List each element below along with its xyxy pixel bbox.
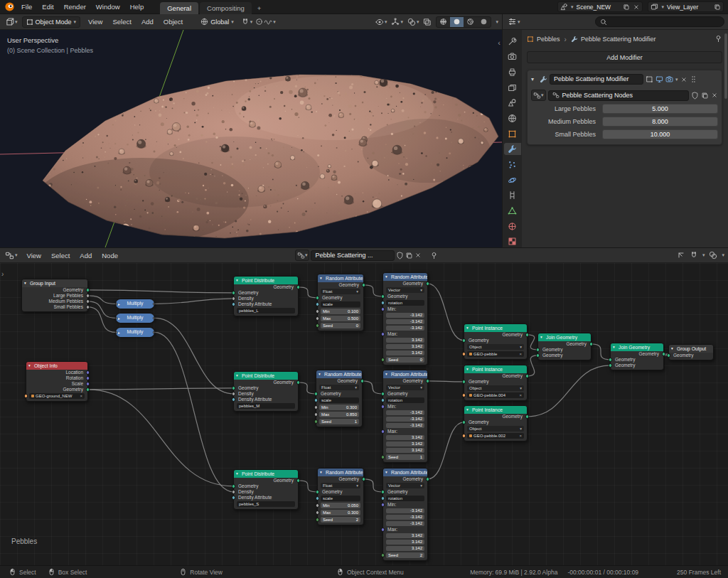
unlink-node-group-button[interactable] [711, 92, 718, 99]
node-dropdown[interactable]: Vector▾ [383, 482, 427, 489]
node-point_instance_2[interactable]: Point InstanceGeometryGeometryObject▾GEO… [464, 365, 528, 401]
socket-max[interactable] [316, 510, 320, 515]
properties-tab-view-layer[interactable] [504, 82, 521, 94]
display-editmode-toggle[interactable] [646, 75, 653, 83]
socket-geometry[interactable] [232, 291, 236, 295]
socket-medium[interactable] [86, 299, 90, 304]
node-header[interactable]: Multiply [116, 328, 154, 337]
node-header[interactable]: Point Distribute [234, 277, 298, 284]
socket-out[interactable] [362, 477, 366, 481]
node-point_distribute_3[interactable]: Point DistributeGeometryGeometryDensityD… [233, 469, 299, 510]
node-number-field[interactable]: Seed1 [316, 418, 362, 425]
node-header[interactable]: Random Attribute [383, 370, 427, 378]
socket-min[interactable] [314, 405, 318, 410]
properties-tab-world[interactable] [504, 112, 521, 124]
viewport-3d[interactable]: User Perspective (0) Scene Collection | … [0, 30, 502, 247]
editor-type-button[interactable]: ▾ [4, 17, 19, 26]
snap-options-button[interactable]: ▾ [702, 252, 705, 258]
socket-out[interactable] [362, 283, 366, 287]
properties-tab-particles[interactable] [504, 159, 521, 171]
delete-scene-button[interactable] [633, 4, 640, 11]
node-header[interactable]: Random Attribute [318, 469, 363, 476]
socket-rotation[interactable] [86, 376, 90, 380]
node-text-field[interactable]: scale [316, 397, 362, 404]
blender-logo-icon[interactable] [4, 1, 15, 12]
node-number-field[interactable]: Seed1 [383, 454, 427, 461]
menu-add[interactable]: Add [136, 14, 159, 29]
socket-in1[interactable] [536, 348, 540, 352]
menu-select[interactable]: Select [46, 248, 75, 263]
socket-max[interactable] [381, 429, 385, 434]
socket-geometry[interactable] [667, 353, 671, 358]
properties-tab-tool[interactable] [504, 36, 521, 48]
node-vector-field[interactable]: -3.142 [383, 520, 427, 527]
socket-large[interactable] [86, 294, 90, 298]
editor-type-button[interactable]: ▾ [506, 17, 522, 26]
menu-help[interactable]: Help [125, 0, 149, 14]
socket-geometry[interactable] [462, 380, 466, 384]
copy-node-tree-button[interactable] [405, 252, 413, 259]
node-dropdown[interactable]: Vector▾ [383, 384, 427, 391]
node-header[interactable]: Random Attribute [383, 273, 427, 281]
node-header[interactable]: Point Instance [464, 406, 527, 414]
socket-seed[interactable] [314, 419, 318, 424]
node-vector-field[interactable]: 3.142 [383, 447, 427, 454]
node-vector-field[interactable]: -3.142 [383, 416, 427, 422]
copy-node-group-button[interactable] [701, 92, 709, 100]
socket-geometry[interactable] [462, 338, 466, 343]
node-header[interactable]: Multiply [116, 314, 154, 323]
falloff-options-button[interactable]: ▾ [273, 19, 276, 25]
node-tree-name-field[interactable]: Pebble Scattering ... [311, 250, 395, 261]
socket-location[interactable] [86, 370, 90, 375]
socket-out[interactable] [296, 380, 301, 385]
node-header[interactable]: Point Distribute [234, 470, 298, 478]
socket-attribute[interactable] [316, 302, 320, 306]
socket-geometry[interactable] [86, 288, 90, 292]
gizmos-toggle[interactable] [391, 18, 400, 26]
node-object-field[interactable]: GEO-pebble.004× [464, 392, 527, 399]
node-object_info[interactable]: Object InfoLocationRotationScaleGeometry… [26, 361, 88, 402]
socket-geometry[interactable] [232, 484, 236, 488]
socket-scale[interactable] [86, 382, 90, 386]
node-dropdown[interactable]: Object▾ [464, 385, 527, 392]
node-text-field[interactable]: scale [318, 495, 363, 502]
socket-max[interactable] [381, 332, 385, 336]
proportional-editing-toggle[interactable] [255, 18, 263, 26]
falloff-icon[interactable] [264, 18, 272, 26]
scrollbar[interactable] [724, 33, 727, 99]
node-vector-field[interactable]: -3.142 [383, 312, 427, 319]
pin-icon[interactable] [430, 252, 438, 259]
node-vector-field[interactable]: -3.142 [383, 410, 427, 416]
socket-density_attribute[interactable] [232, 302, 236, 306]
socket-attribute[interactable] [314, 398, 318, 402]
shading-wireframe-button[interactable] [437, 17, 450, 27]
node-dropdown[interactable]: Object▾ [464, 343, 527, 350]
node-header[interactable]: Point Instance [464, 365, 527, 373]
socket-geometry[interactable] [316, 296, 320, 300]
node-header[interactable]: Point Instance [464, 324, 527, 332]
properties-tab-material[interactable] [504, 220, 521, 232]
node-number-field[interactable]: Max0.500 [318, 315, 363, 322]
node-header[interactable]: Random Attribute [318, 274, 363, 282]
go-to-parent-node-icon[interactable] [677, 251, 685, 259]
socket-in2[interactable] [609, 363, 613, 368]
menu-render[interactable]: Render [59, 0, 91, 14]
node-group-name-field[interactable]: Pebble Scattering Nodes [548, 90, 689, 101]
drag-handle[interactable] [690, 75, 697, 83]
socket-object[interactable] [462, 352, 466, 356]
node-vector-field[interactable]: 3.142 [383, 337, 427, 343]
socket-out[interactable] [296, 478, 301, 483]
socket-out[interactable] [296, 285, 301, 289]
node-text-field[interactable]: scale [318, 301, 363, 308]
add-modifier-button[interactable]: Add Modifier [527, 51, 722, 63]
node-text-field[interactable]: rotation [383, 495, 427, 502]
xray-toggle[interactable] [423, 18, 432, 26]
socket-max[interactable] [314, 412, 318, 417]
modifier-name-field[interactable]: Pebble Scattering Modifier [550, 74, 643, 85]
socket-seed[interactable] [381, 358, 385, 362]
socket-out[interactable] [426, 477, 430, 481]
node-dropdown[interactable]: Float▾ [318, 288, 363, 295]
node-text-field[interactable]: pebbles_L [234, 307, 298, 314]
node-join_geometry_2[interactable]: Join GeometryGeometryGeometryGeometry [610, 343, 664, 370]
socket-geometry[interactable] [462, 420, 466, 424]
